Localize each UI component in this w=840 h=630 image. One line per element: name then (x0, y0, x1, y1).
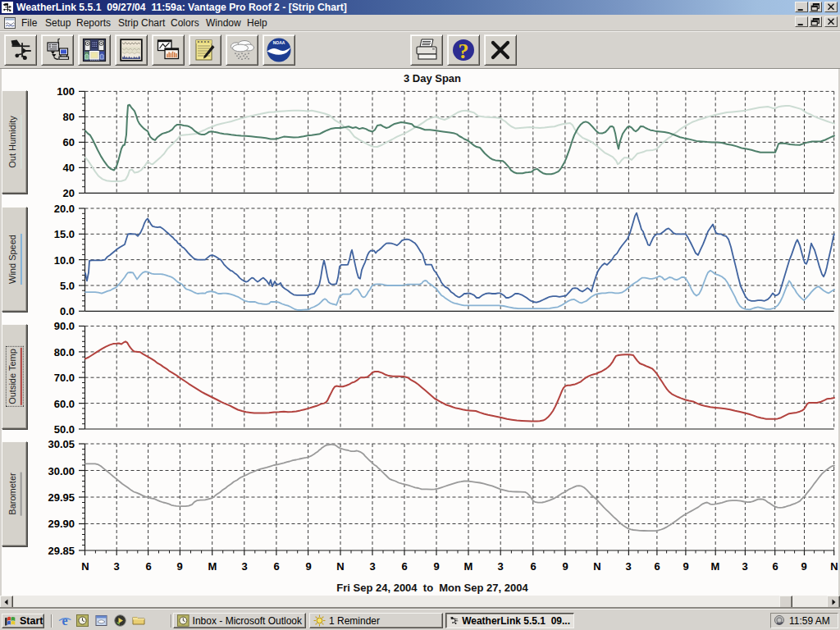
svg-text:NOAA: NOAA (273, 40, 285, 45)
svg-text:e: e (62, 614, 67, 628)
svg-text:?: ? (459, 39, 469, 63)
